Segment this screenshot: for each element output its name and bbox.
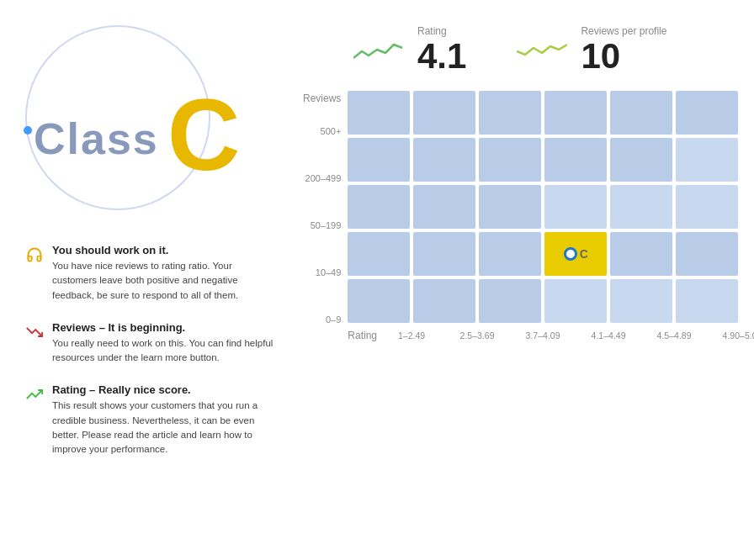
feedback-title-2: Reviews – It is beginning.: [52, 321, 278, 334]
cell-c-label: C: [580, 247, 588, 261]
cell-1-4: [610, 138, 672, 182]
rating-value: 4.1: [417, 39, 466, 74]
rating-label: Rating: [417, 25, 466, 37]
x-label-1: 2.5–3.69: [446, 330, 508, 341]
reviews-stat: Reviews per profile 10: [517, 25, 666, 74]
cell-2-1: [413, 185, 475, 229]
reviews-per-profile-value: 10: [581, 39, 666, 74]
feedback-title-3: Rating – Really nice score.: [52, 383, 278, 396]
class-grade-display: Class C: [17, 25, 286, 227]
cell-1-5: [676, 138, 738, 182]
cell-3-2: [479, 232, 541, 276]
rating-axis-label: Rating: [348, 330, 377, 341]
trend-down-icon: [25, 323, 44, 341]
y-label-3: 10–49: [305, 251, 342, 294]
cell-4-2: [479, 279, 541, 323]
y-label-0: 500+: [305, 109, 342, 153]
cell-4-4: [610, 279, 672, 323]
cell-4-0: [348, 279, 410, 323]
headphone-icon: [25, 246, 44, 264]
cell-0-5: [676, 91, 738, 135]
y-label-1: 200–499: [305, 156, 342, 200]
cell-1-3: [544, 138, 607, 182]
feedback-desc-1: You have nice reviews to rating ratio. Y…: [52, 259, 278, 303]
cell-4-5: [676, 279, 738, 323]
cell-1-0: [348, 138, 410, 182]
cell-marker: C: [564, 247, 588, 261]
cell-0-4: [610, 91, 672, 135]
feedback-section: You should work on it. You have nice rev…: [17, 235, 286, 457]
y-label-4: 0–9: [305, 298, 342, 341]
cell-2-3: [544, 185, 607, 229]
feedback-item-1: You should work on it. You have nice rev…: [25, 244, 278, 303]
y-labels: 500+ 200–499 50–199 10–49 0–9: [305, 109, 342, 341]
rating-stat: Rating 4.1: [353, 25, 466, 74]
reviews-axis-label: Reviews: [303, 92, 341, 104]
cell-0-3: [544, 91, 607, 135]
reviews-sparkline: [517, 34, 567, 65]
cell-dot: [564, 247, 577, 261]
cell-3-0: [348, 232, 410, 276]
feedback-title-1: You should work on it.: [52, 244, 278, 256]
right-panel: Rating 4.1 Reviews per profile 10 Review…: [286, 17, 754, 543]
y-label-2: 50–199: [305, 203, 342, 247]
y-axis: Reviews 500+ 200–499 50–199 10–49 0–9: [303, 91, 348, 367]
x-label-2: 3.7–4.09: [512, 330, 574, 341]
cell-3-4: [610, 232, 672, 276]
rating-sparkline: [353, 34, 404, 65]
class-grade: C: [167, 84, 241, 185]
cell-3-3-highlighted: C: [544, 232, 607, 276]
feedback-item-2: Reviews – It is beginning. You really ne…: [25, 321, 278, 366]
class-text: Class: [34, 114, 159, 164]
cell-4-1: [413, 279, 475, 323]
cell-1-2: [479, 138, 541, 182]
x-labels: 1–2.49 2.5–3.69 3.7–4.09 4.1–4.49 4.5–4.…: [380, 330, 754, 341]
cell-2-5: [676, 185, 738, 229]
grid-rows: C: [348, 91, 754, 323]
left-panel: Class C You should work on it. You have …: [17, 17, 286, 543]
grid-row-1: [348, 138, 754, 182]
feedback-desc-2: You really need to work on this. You can…: [52, 336, 278, 366]
grid-and-xaxis: C: [348, 91, 754, 367]
cell-4-3: [544, 279, 607, 323]
cell-3-5: [676, 232, 738, 276]
cell-2-2: [479, 185, 541, 229]
x-label-4: 4.5–4.89: [643, 330, 705, 341]
stats-row: Rating 4.1 Reviews per profile 10: [303, 17, 754, 91]
reviews-per-profile-label: Reviews per profile: [581, 25, 666, 37]
cell-3-1: [413, 232, 475, 276]
x-label-3: 4.1–4.49: [577, 330, 640, 341]
cell-1-1: [413, 138, 475, 182]
trend-up-icon: [25, 385, 44, 404]
grid-row-0: [348, 91, 754, 135]
cell-2-0: [348, 185, 410, 229]
x-label-0: 1–2.49: [380, 330, 443, 341]
cell-0-1: [413, 91, 475, 135]
x-axis-row: Rating 1–2.49 2.5–3.69 3.7–4.09 4.1–4.49…: [348, 330, 754, 341]
cell-0-0: [348, 91, 410, 135]
feedback-item-3: Rating – Really nice score. This result …: [25, 383, 278, 457]
dot-indicator: [24, 126, 32, 135]
x-label-5: 4.90–5.0: [709, 330, 754, 341]
grid-row-2: [348, 185, 754, 229]
grid-row-3: C: [348, 232, 754, 276]
cell-2-4: [610, 185, 672, 229]
grid-section: Reviews 500+ 200–499 50–199 10–49 0–9: [303, 91, 754, 367]
grid-row-4: [348, 279, 754, 323]
cell-0-2: [479, 91, 541, 135]
feedback-desc-3: This result shows your customers that yo…: [52, 399, 278, 457]
